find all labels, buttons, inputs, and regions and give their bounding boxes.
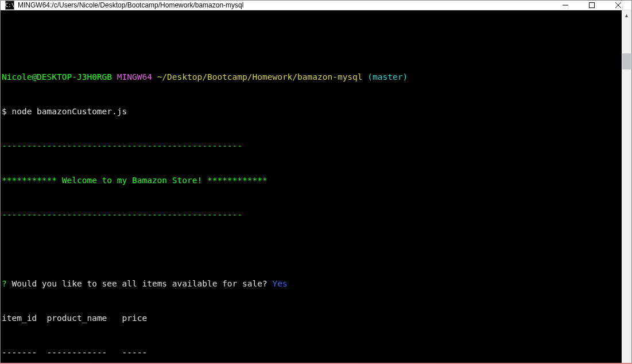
scroll-thumb[interactable] <box>622 53 631 69</box>
window-controls <box>552 1 631 10</box>
prompt-env: MINGW64 <box>117 72 152 82</box>
terminal-output[interactable]: Nicole@DESKTOP-J3H0RGB MINGW64 ~/Desktop… <box>1 10 622 364</box>
svg-rect-1 <box>590 3 595 8</box>
welcome-banner: *********** Welcome to my Bamazon Store!… <box>2 175 621 186</box>
welcome-sep-bottom: ----------------------------------------… <box>2 209 621 220</box>
question-answer: Yes <box>272 279 287 288</box>
terminal-wrap: Nicole@DESKTOP-J3H0RGB MINGW64 ~/Desktop… <box>1 10 631 364</box>
col-price: price <box>122 313 148 323</box>
col-id: item_id <box>2 313 47 323</box>
prompt-symbol: $ <box>2 107 7 116</box>
question-1: ? Would you like to see all items availa… <box>2 278 621 289</box>
maximize-button[interactable] <box>579 1 605 10</box>
table-separator: ------- ------------ ----- <box>2 347 621 358</box>
table-header: item_id product_name price <box>2 312 621 324</box>
command-line: $ node bamazonCustomer.js <box>2 106 621 117</box>
prompt-line: Nicole@DESKTOP-J3H0RGB MINGW64 ~/Desktop… <box>2 71 621 83</box>
terminal-window: C:\ MINGW64:/c/Users/Nicole/Desktop/Boot… <box>0 0 632 364</box>
prompt-user: Nicole@DESKTOP-J3H0RGB <box>2 72 112 82</box>
window-title: MINGW64:/c/Users/Nicole/Desktop/Bootcamp… <box>18 1 552 9</box>
col-name: product_name <box>47 313 122 323</box>
vertical-scrollbar[interactable]: ▲ ▼ <box>622 10 631 364</box>
app-icon: C:\ <box>5 1 14 10</box>
question-marker: ? <box>2 279 7 288</box>
prompt-path: ~/Desktop/Bootcamp/Homework/bamazon-mysq… <box>157 72 363 82</box>
close-button[interactable] <box>605 1 631 10</box>
scroll-up-arrow[interactable]: ▲ <box>622 10 631 20</box>
command-text: node bamazonCustomer.js <box>11 107 127 116</box>
minimize-button[interactable] <box>552 1 579 10</box>
welcome-sep-top: ----------------------------------------… <box>2 140 621 152</box>
titlebar[interactable]: C:\ MINGW64:/c/Users/Nicole/Desktop/Boot… <box>1 1 631 10</box>
prompt-branch: (master) <box>367 72 408 82</box>
question-text: Would you like to see all items availabl… <box>7 279 273 288</box>
